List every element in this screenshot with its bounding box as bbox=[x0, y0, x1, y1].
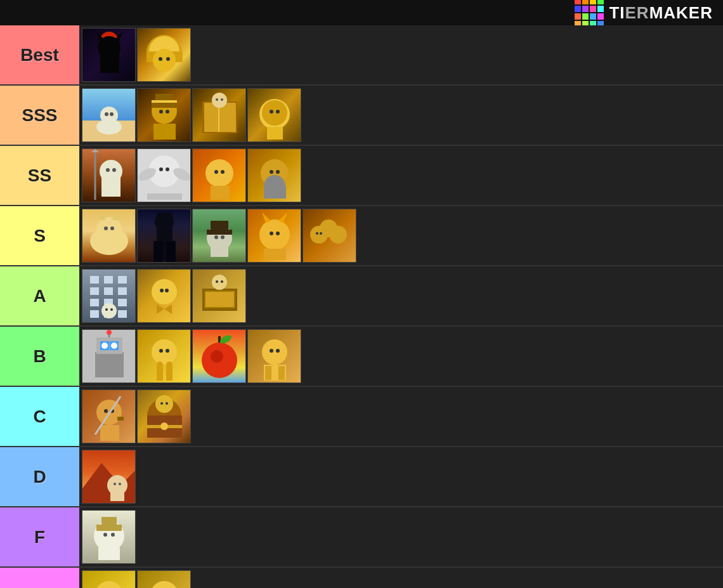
tier-item-gold-party[interactable] bbox=[303, 209, 356, 263]
tier-label-c: C bbox=[0, 387, 79, 446]
tier-list: BestSSSSSSABCDFbelow F bbox=[0, 25, 723, 588]
tier-item-dark-tall[interactable] bbox=[137, 209, 191, 263]
logo-cell-1 bbox=[582, 0, 589, 4]
tier-items-best bbox=[79, 25, 723, 84]
tier-item-gold-thumbs[interactable] bbox=[82, 570, 136, 588]
tier-item-gold-simple[interactable] bbox=[137, 570, 191, 588]
tier-row-below-f: below F bbox=[0, 568, 723, 588]
logo-text: TiERMAKER bbox=[609, 3, 713, 23]
tier-row-best: Best bbox=[0, 25, 723, 86]
tier-items-f bbox=[79, 507, 723, 566]
tier-row-sss: SSS bbox=[0, 86, 723, 146]
tier-label-f: F bbox=[0, 507, 79, 566]
tier-item-gold-fox[interactable] bbox=[247, 209, 301, 263]
tier-label-s: S bbox=[0, 206, 79, 265]
tier-items-below-f bbox=[79, 568, 723, 588]
tier-row-ss: SS bbox=[0, 146, 723, 206]
tier-item-gold-captain[interactable] bbox=[137, 88, 191, 142]
tier-item-gold-desk[interactable] bbox=[192, 269, 246, 323]
tier-label-ss: SS bbox=[0, 146, 79, 205]
tier-item-gold-bird[interactable] bbox=[247, 88, 301, 142]
tier-label-b: B bbox=[0, 327, 79, 386]
tier-item-gold-pray[interactable] bbox=[137, 329, 191, 383]
logo-cell-3 bbox=[597, 0, 604, 4]
tier-row-s: S bbox=[0, 206, 723, 266]
tier-item-flying-cat[interactable] bbox=[137, 148, 191, 202]
tier-item-gold-bow[interactable] bbox=[137, 269, 191, 323]
logo-cell-2 bbox=[590, 0, 596, 4]
tier-item-dark-ninja[interactable] bbox=[82, 28, 136, 82]
tier-item-gold-soldier[interactable] bbox=[247, 329, 301, 383]
tier-items-c bbox=[79, 387, 723, 446]
logo-cell-6 bbox=[590, 6, 596, 12]
tier-item-simple-cat[interactable] bbox=[82, 510, 136, 564]
logo-cell-7 bbox=[597, 6, 604, 12]
tier-item-apple-item[interactable] bbox=[192, 329, 246, 383]
tier-row-a: A bbox=[0, 266, 723, 327]
tier-items-s bbox=[79, 206, 723, 265]
tier-items-sss bbox=[79, 86, 723, 145]
tier-row-c: C bbox=[0, 387, 723, 447]
tier-label-d: D bbox=[0, 447, 79, 506]
tier-items-d bbox=[79, 447, 723, 506]
tier-item-gold-book[interactable] bbox=[192, 88, 246, 142]
tiermaker-logo: TiERMAKER bbox=[575, 0, 713, 27]
logo-cell-9 bbox=[582, 13, 589, 20]
tier-item-gold-cooking[interactable] bbox=[247, 148, 301, 202]
tier-item-samurai-cat[interactable] bbox=[82, 148, 136, 202]
tier-item-gold-helmet[interactable] bbox=[137, 28, 191, 82]
tier-label-below-f: below F bbox=[0, 568, 79, 588]
tier-items-b bbox=[79, 327, 723, 386]
tier-item-gold-warrior[interactable] bbox=[82, 389, 136, 443]
tier-label-a: A bbox=[0, 266, 79, 325]
tier-item-beach-cat[interactable] bbox=[82, 88, 136, 142]
header: TiERMAKER bbox=[0, 0, 723, 25]
tier-item-robot-cat[interactable] bbox=[82, 329, 136, 383]
tier-row-f: F bbox=[0, 507, 723, 568]
logo-cell-5 bbox=[582, 6, 589, 12]
tier-label-best: Best bbox=[0, 25, 79, 84]
tier-item-fluffy-cat[interactable] bbox=[82, 209, 136, 263]
logo-cell-11 bbox=[597, 13, 604, 20]
tier-row-b: B bbox=[0, 327, 723, 387]
tier-item-desert-cat[interactable] bbox=[82, 450, 136, 504]
tier-item-gold-chest[interactable] bbox=[137, 389, 191, 443]
tier-items-ss bbox=[79, 146, 723, 205]
logo-cell-4 bbox=[575, 6, 581, 12]
tier-item-building-cat[interactable] bbox=[82, 269, 136, 323]
tier-item-park-cat[interactable] bbox=[192, 209, 246, 263]
tier-items-a bbox=[79, 266, 723, 325]
tier-row-d: D bbox=[0, 447, 723, 507]
tier-item-gold-orange[interactable] bbox=[192, 148, 246, 202]
logo-cell-10 bbox=[590, 13, 596, 20]
tier-label-sss: SSS bbox=[0, 86, 79, 145]
logo-cell-8 bbox=[575, 13, 581, 20]
logo-cell-0 bbox=[575, 0, 581, 4]
logo-grid-icon bbox=[575, 0, 604, 27]
